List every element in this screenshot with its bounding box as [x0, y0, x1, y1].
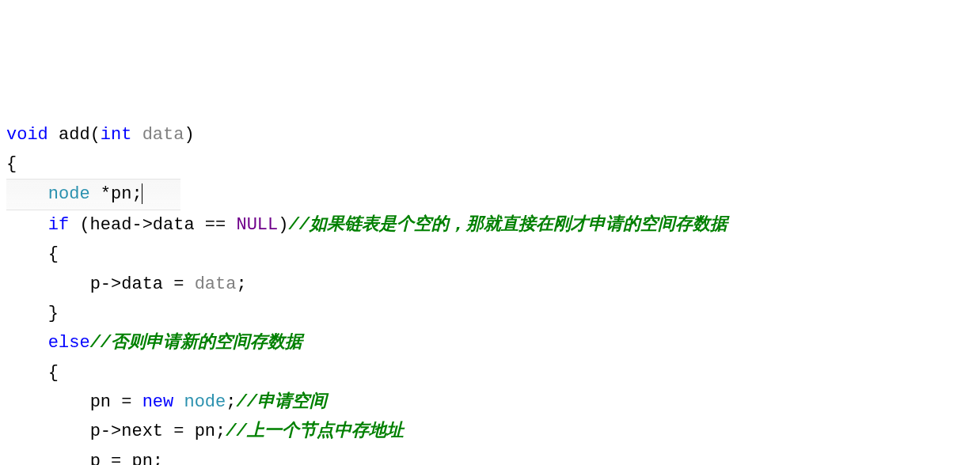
indent	[6, 215, 48, 235]
code-line[interactable]: void add(int data)	[6, 120, 980, 149]
token-default: (	[90, 125, 101, 145]
token-comment: //如果链表是个空的，那就直接在刚才申请的空间存数据	[288, 215, 727, 235]
token-keyword: if	[48, 215, 69, 235]
token-default: p->next = pn;	[90, 422, 226, 441]
token-default: ;	[226, 392, 236, 412]
token-comment: //否则申请新的空间存数据	[90, 333, 302, 353]
indent	[6, 452, 90, 465]
indent	[6, 333, 48, 353]
token-default: )	[278, 215, 288, 235]
token-default: )	[184, 125, 194, 145]
code-line[interactable]: {	[6, 358, 980, 388]
code-line[interactable]: {	[6, 149, 980, 179]
token-default: {	[6, 154, 17, 174]
indent	[6, 244, 48, 264]
code-line[interactable]: p->data = data;	[6, 270, 980, 299]
indent	[6, 304, 48, 323]
code-editor[interactable]: void add(int data){ node *pn; if (head->…	[6, 120, 980, 465]
code-line[interactable]: p->next = pn;//上一个节点中存地址	[6, 417, 980, 446]
token-comment: //申请空间	[236, 392, 326, 412]
token-default: p->data =	[90, 274, 195, 294]
code-line[interactable]: node *pn;	[6, 179, 980, 210]
indent	[6, 184, 48, 204]
token-default: (head->data ==	[69, 215, 236, 235]
code-line[interactable]: {	[6, 240, 980, 269]
current-line-highlight: node *pn;	[6, 179, 180, 210]
token-default: pn =	[90, 392, 142, 412]
token-type: node	[48, 184, 90, 204]
token-keyword: else	[48, 333, 90, 353]
token-default	[48, 125, 59, 145]
indent	[6, 422, 90, 441]
code-line[interactable]: else//否则申请新的空间存数据	[6, 328, 980, 357]
token-keyword: new	[142, 392, 174, 412]
token-default: {	[48, 363, 59, 383]
text-cursor	[142, 183, 142, 204]
token-default: *pn;	[90, 184, 142, 204]
code-line[interactable]: pn = new node;//申请空间	[6, 388, 980, 417]
code-line[interactable]: if (head->data == NULL)//如果链表是个空的，那就直接在刚…	[6, 210, 980, 240]
token-type: node	[184, 392, 226, 412]
token-default	[131, 125, 142, 145]
token-default: }	[48, 304, 59, 323]
indent	[6, 392, 90, 412]
token-null: NULL	[236, 215, 278, 235]
token-keyword: int	[101, 125, 132, 145]
token-default: {	[48, 244, 59, 264]
token-default: p = pn;	[90, 452, 163, 465]
indent	[6, 274, 90, 294]
token-default: add	[59, 125, 90, 145]
token-comment: //上一个节点中存地址	[226, 422, 403, 441]
token-keyword: void	[6, 125, 48, 145]
token-default	[173, 392, 184, 412]
token-param: data	[195, 274, 237, 294]
indent	[6, 363, 48, 383]
code-line[interactable]: }	[6, 299, 980, 328]
token-default: ;	[236, 274, 246, 294]
token-param: data	[142, 125, 184, 145]
code-line[interactable]: p = pn;	[6, 447, 980, 465]
